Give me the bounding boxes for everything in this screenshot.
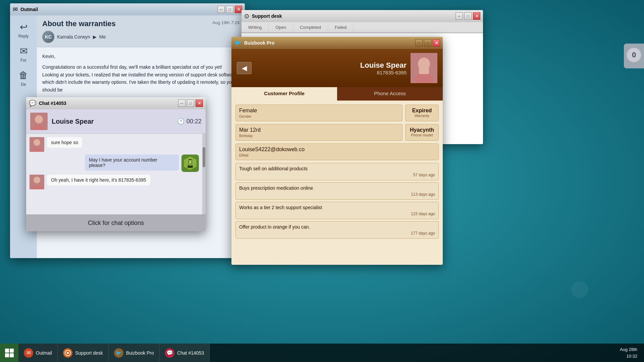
gender-row: Female Gender Expired Warranty (235, 105, 439, 121)
taskbar-buizbook-label: Buizbook Pro (126, 350, 154, 356)
buizbook-titlebar[interactable]: 🐦 Buizbook Pro ─ □ ✕ (231, 37, 443, 49)
outmail-reply-button[interactable]: ↩ Reply (12, 19, 35, 41)
support-close-button[interactable]: ✕ (473, 12, 480, 20)
support-maximize-button[interactable]: □ (464, 12, 472, 20)
gender-value: Female (239, 108, 399, 114)
note-3-text: Works as a tier 2 tech support specialis… (239, 205, 435, 210)
outmail-title: Outmail (20, 7, 215, 12)
taskbar-support-desk[interactable]: Support desk (58, 344, 109, 362)
chat-scrollbar[interactable] (202, 134, 206, 215)
buizbook-name-area: Louise Spear 817835-6395 (256, 61, 407, 75)
customer-photo (411, 53, 437, 83)
warranty-label: Warranty (409, 114, 435, 118)
chat-header: Louise Spear 🕐 00:22 (26, 109, 206, 134)
svg-rect-21 (5, 349, 9, 353)
note-1: Tough sell on additional products 57 day… (235, 163, 439, 180)
outmail-delete-button[interactable]: 🗑 De (12, 67, 35, 89)
gender-field: Female Gender (235, 105, 402, 121)
svg-rect-23 (5, 353, 9, 357)
customer-phone: 817835-6395 (256, 70, 407, 75)
chat-maximize-button[interactable]: □ (187, 100, 194, 107)
outmail-icon: ✉ (13, 6, 18, 13)
taskbar-support-icon (63, 348, 72, 358)
buizbook-tab-phone-access[interactable]: Phone Access (337, 87, 443, 101)
reply-icon: ↩ (20, 21, 28, 33)
svg-rect-12 (187, 165, 193, 168)
outmail-minimize-button[interactable]: ─ (217, 6, 225, 13)
chat-options-button[interactable]: Click for chat options (26, 215, 206, 231)
outmail-close-button[interactable]: ✕ (235, 6, 242, 13)
chat-title: Chat #14053 (39, 101, 175, 106)
svg-point-26 (67, 352, 69, 354)
support-tabs: Writing Open Completed Failed (241, 22, 483, 33)
warranty-value: Expired (409, 108, 435, 114)
note-4-text: Offer product in orange if you can. (239, 224, 435, 230)
chat-msg-text-1: sure hope so (47, 137, 82, 148)
outmail-from: KC Kamala Corwyn ▶ Me (42, 31, 239, 43)
support-tab-writing[interactable]: Writing (241, 22, 269, 33)
arrow-icon: ▶ (93, 34, 97, 40)
start-button[interactable] (0, 344, 18, 362)
chat-message-1: sure hope so (30, 137, 199, 152)
chat-msg-avatar-3 (30, 175, 44, 189)
chat-controls: ─ □ ✕ (178, 100, 203, 107)
buizbook-window: 🐦 Buizbook Pro ─ □ ✕ ◀ Louise Spear 8178… (231, 37, 443, 265)
outmail-titlebar[interactable]: ✉ Outmail ─ □ ✕ (10, 3, 245, 15)
outmail-controls: ─ □ ✕ (217, 6, 242, 13)
chat-close-button[interactable]: ✕ (196, 100, 203, 107)
outmail-maximize-button[interactable]: □ (226, 6, 233, 13)
phone-model-label: Phone model (409, 133, 435, 137)
support-tab-failed[interactable]: Failed (328, 22, 354, 33)
chat-customer-name: Louise Spear (52, 118, 173, 125)
support-titlebar[interactable]: ⊙ Support desk ─ □ ✕ (241, 10, 483, 22)
buizbook-tabs: Customer Profile Phone Access (231, 87, 443, 101)
outmail-subject: About the warranties (42, 19, 239, 28)
note-1-text: Tough sell on additional products (239, 166, 435, 171)
buizbook-icon: 🐦 (234, 39, 241, 47)
taskbar-chat-label: Chat #14053 (177, 350, 204, 356)
sender-name: Kamala Corwyn (57, 34, 90, 40)
support-tab-completed[interactable]: Completed (293, 22, 328, 33)
support-tab-open[interactable]: Open (269, 22, 293, 33)
taskbar-buizbook[interactable]: 🐦 Buizbook Pro (109, 344, 160, 362)
agent-icon (181, 155, 199, 172)
recipient: Me (99, 34, 106, 40)
body-greeting: Kevin, (42, 53, 239, 60)
chat-scrollbar-thumb[interactable] (203, 147, 205, 167)
phone-model-value: Hyacynth (409, 127, 435, 133)
warranty-badge: Expired Warranty (405, 105, 439, 121)
taskbar-chat[interactable]: 💬 Chat #14053 (160, 344, 210, 362)
chat-messages: sure hope so May I have your account num… (26, 134, 202, 215)
taskbar: ✉ Outmail Support desk 🐦 Buizbook Pro 💬 … (0, 344, 644, 362)
chat-minimize-button[interactable]: ─ (178, 100, 185, 107)
taskbar-chat-icon: 💬 (165, 348, 174, 358)
chat-messages-area: sure hope so May I have your account num… (26, 134, 206, 215)
buizbook-tab-customer-profile[interactable]: Customer Profile (231, 87, 337, 101)
support-minimize-button[interactable]: ─ (455, 12, 463, 20)
buizbook-close-button[interactable]: ✕ (433, 39, 440, 47)
note-3: Works as a tier 2 tech support specialis… (235, 202, 439, 219)
taskbar-outmail[interactable]: ✉ Outmail (18, 344, 58, 362)
chat-msg-avatar-1 (30, 137, 44, 152)
clock-date: Aug 28th (620, 346, 637, 353)
note-1-age: 57 days ago (239, 173, 435, 177)
note-2-text: Buys prescription medication online (239, 185, 435, 191)
timer-value: 00:22 (186, 118, 202, 125)
sender-avatar: KC (42, 31, 54, 43)
buizbook-body: Female Gender Expired Warranty Mar 12rd … (231, 101, 443, 265)
svg-rect-24 (10, 353, 14, 357)
buizbook-minimize-button[interactable]: ─ (415, 39, 423, 47)
score-widget: 0 (624, 44, 644, 68)
chat-titlebar[interactable]: 💬 Chat #14053 ─ □ ✕ (26, 97, 206, 109)
email-field: LouiseS4222@dokoweb.co EMail (235, 143, 439, 160)
forward-icon: ✉ (20, 46, 28, 57)
svg-rect-3 (419, 66, 429, 74)
note-4: Offer product in orange if you can. 177 … (235, 221, 439, 239)
buizbook-back-button[interactable]: ◀ (237, 62, 252, 74)
delete-label: De (21, 82, 26, 87)
support-icon: ⊙ (244, 12, 249, 20)
buizbook-maximize-button[interactable]: □ (424, 39, 431, 47)
note-4-age: 177 days ago (239, 231, 435, 236)
outmail-forward-button[interactable]: ✉ For (12, 43, 35, 65)
gender-label: Gender (239, 114, 399, 118)
